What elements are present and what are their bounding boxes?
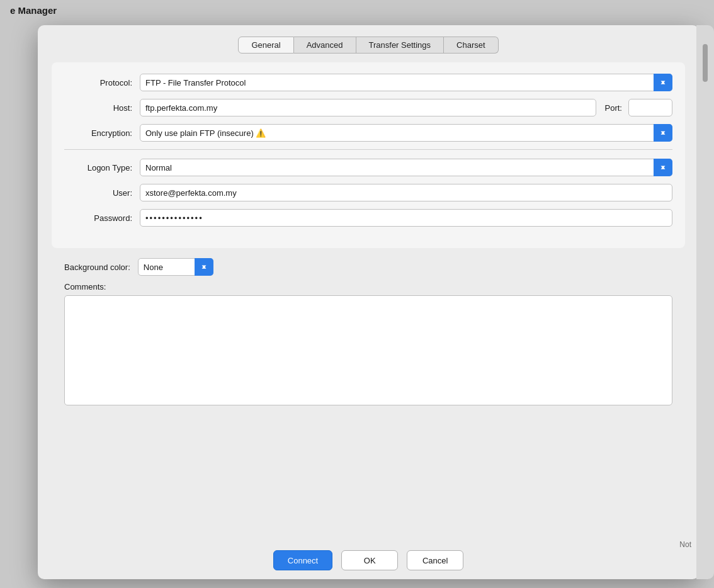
connect-button[interactable]: Connect [273,550,332,570]
logon-type-label: Logon Type: [64,163,140,172]
window-title: e Manager [0,0,67,21]
form-section: Protocol: FTP - File Transfer Protocol H… [52,62,685,248]
cancel-button[interactable]: Cancel [407,550,463,570]
logon-type-row: Logon Type: Normal [64,159,672,176]
host-input[interactable] [140,99,596,116]
bg-color-label: Background color: [64,263,130,272]
host-control: Port: [140,99,672,116]
protocol-label: Protocol: [64,78,140,88]
tab-advanced[interactable]: Advanced [294,37,356,54]
tab-general[interactable]: General [238,37,293,54]
note-text: Not [679,540,691,549]
button-row: Connect OK Cancel [38,539,699,579]
right-strip [696,25,714,579]
comments-label: Comments: [64,282,672,291]
user-control [140,184,672,201]
bg-color-select[interactable]: None [138,258,213,276]
protocol-control: FTP - File Transfer Protocol [140,74,672,91]
logon-type-control: Normal [140,159,672,176]
protocol-row: Protocol: FTP - File Transfer Protocol [64,74,672,91]
password-input[interactable] [140,209,672,227]
user-input[interactable] [140,184,672,201]
port-input[interactable] [628,99,672,116]
comments-textarea[interactable] [64,295,672,405]
tab-charset[interactable]: Charset [444,37,499,54]
scrollbar-thumb[interactable] [703,44,708,82]
bottom-section: Background color: None Comments: [52,256,685,416]
protocol-select[interactable]: FTP - File Transfer Protocol [140,74,672,91]
encryption-row: Encryption: Only use plain FTP (insecure… [64,124,672,142]
password-control [140,209,672,227]
password-label: Password: [64,213,140,223]
user-row: User: [64,184,672,201]
ok-button[interactable]: OK [341,550,398,570]
password-row: Password: [64,209,672,227]
tab-bar: General Advanced Transfer Settings Chars… [38,25,699,54]
tab-transfer-settings[interactable]: Transfer Settings [356,37,445,54]
port-label: Port: [596,103,628,113]
encryption-label: Encryption: [64,128,140,138]
bg-color-row: Background color: None [64,258,672,276]
dialog: General Advanced Transfer Settings Chars… [38,25,699,579]
logon-type-select[interactable]: Normal [140,159,672,176]
encryption-control: Only use plain FTP (insecure) ⚠️ [140,124,672,142]
host-row: Host: Port: [64,99,672,116]
host-label: Host: [64,103,140,113]
encryption-select[interactable]: Only use plain FTP (insecure) ⚠️ [140,124,672,142]
user-label: User: [64,188,140,198]
